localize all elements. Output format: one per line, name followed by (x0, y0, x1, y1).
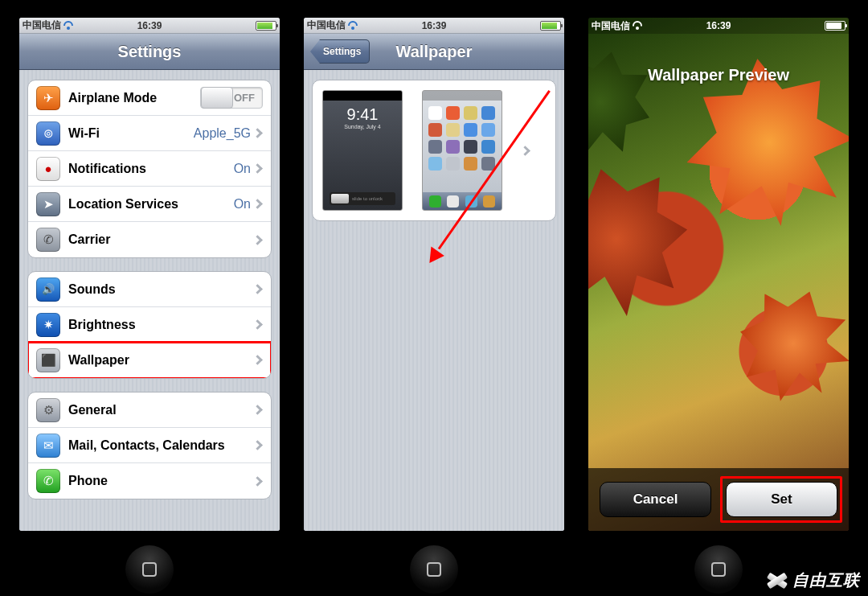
row-value: On (234, 197, 251, 212)
row-label: Mail, Contacts, Calendars (68, 438, 254, 453)
row-mail[interactable]: ✉ Mail, Contacts, Calendars (28, 428, 271, 463)
chevron-right-icon (520, 146, 530, 156)
watermark-logo-icon (765, 570, 789, 591)
battery-icon (540, 21, 561, 31)
maple-leaf-icon (715, 265, 849, 422)
nav-title: Wallpaper (396, 43, 473, 61)
chevron-right-icon (252, 319, 263, 330)
row-label: Airplane Mode (68, 91, 200, 105)
chevron-right-icon (252, 440, 263, 450)
status-bar: 中国电信 16:39 (304, 18, 564, 34)
homescreen-thumb[interactable] (422, 90, 502, 211)
airplane-switch[interactable]: OFF (200, 87, 263, 109)
row-label: Wallpaper (68, 353, 254, 368)
watermark-text: 自由互联 (792, 569, 860, 591)
nav-title: Settings (118, 43, 182, 61)
row-airplane[interactable]: ✈ Airplane Mode OFF (28, 80, 271, 116)
maple-leaf-icon (588, 28, 674, 176)
row-label: Brightness (68, 318, 254, 332)
maple-leaf-icon (588, 134, 722, 343)
wallpaper-icon: ⬛ (36, 348, 60, 372)
watermark: 自由互联 (765, 569, 860, 591)
general-icon: ⚙ (36, 398, 60, 422)
chevron-right-icon (252, 163, 263, 174)
row-notifications[interactable]: ● Notifications On (28, 151, 271, 187)
notifications-icon: ● (36, 157, 60, 181)
row-general[interactable]: ⚙ General (28, 393, 271, 428)
nav-bar: Settings (19, 34, 280, 70)
row-location[interactable]: ➤ Location Services On (28, 187, 271, 222)
brightness-icon: ✷ (36, 313, 60, 337)
wifi-settings-icon: ⊚ (36, 121, 60, 146)
home-button[interactable] (125, 545, 174, 594)
battery-icon (256, 21, 276, 31)
location-icon: ➤ (36, 192, 60, 216)
wifi-icon (633, 21, 642, 31)
status-time: 16:39 (137, 20, 162, 31)
carrier-text: 中国电信 (592, 19, 630, 33)
row-phone[interactable]: ✆ Phone (28, 463, 271, 499)
chevron-right-icon (252, 128, 263, 138)
carrier-icon: ✆ (36, 228, 60, 252)
row-sounds[interactable]: 🔊 Sounds (28, 272, 271, 307)
chevron-right-icon (252, 284, 263, 294)
row-label: Notifications (68, 162, 234, 176)
chevron-right-icon (252, 405, 263, 415)
nav-bar: Settings Wallpaper (304, 34, 564, 70)
status-time: 16:39 (422, 20, 447, 31)
preview-title: Wallpaper Preview (588, 66, 849, 84)
row-label: Carrier (68, 232, 254, 247)
carrier-text: 中国电信 (23, 18, 61, 32)
row-wifi[interactable]: ⊚ Wi-Fi Apple_5G (28, 116, 271, 151)
chevron-right-icon (252, 235, 263, 245)
row-label: Wi-Fi (68, 126, 194, 141)
wifi-icon (348, 21, 358, 31)
row-value: Apple_5G (194, 126, 251, 141)
carrier-text: 中国电信 (307, 18, 346, 32)
chevron-right-icon (252, 355, 263, 365)
phone-icon: ✆ (36, 469, 60, 493)
battery-icon (825, 21, 845, 31)
back-button[interactable]: Settings (310, 39, 370, 64)
row-carrier[interactable]: ✆ Carrier (28, 222, 271, 257)
mail-icon: ✉ (36, 434, 60, 458)
home-button[interactable] (694, 545, 743, 594)
chevron-right-icon (252, 476, 263, 487)
bottom-bar: Cancel Set (588, 468, 849, 531)
row-label: General (68, 403, 254, 417)
wallpaper-preview-group[interactable]: 9:41 Sunday, July 4 slide to unlock (312, 80, 556, 221)
set-button[interactable]: Set (726, 482, 837, 517)
status-time: 16:39 (706, 20, 731, 31)
lockscreen-thumb[interactable]: 9:41 Sunday, July 4 slide to unlock (322, 90, 403, 211)
status-bar: 中国电信 16:39 (588, 18, 849, 34)
row-wallpaper[interactable]: ⬛ Wallpaper (28, 343, 271, 378)
row-brightness[interactable]: ✷ Brightness (28, 307, 271, 343)
row-value: On (234, 162, 251, 176)
sounds-icon: 🔊 (36, 277, 60, 302)
wifi-icon (63, 21, 73, 31)
airplane-icon: ✈ (36, 86, 60, 110)
row-label: Sounds (68, 282, 254, 297)
home-button[interactable] (410, 545, 458, 594)
chevron-right-icon (252, 199, 263, 209)
row-label: Location Services (68, 197, 234, 212)
row-label: Phone (68, 474, 254, 488)
cancel-button[interactable]: Cancel (600, 482, 711, 517)
status-bar: 中国电信 16:39 (19, 18, 280, 34)
